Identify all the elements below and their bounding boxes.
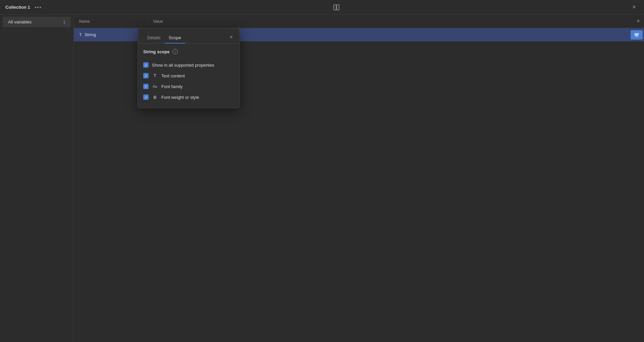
content-area: Name Value + T String String value xyxy=(74,15,644,342)
checkbox-font-weight[interactable]: ✓ B Font weight or style xyxy=(143,92,234,102)
svg-point-6 xyxy=(636,35,637,36)
sidebar-item-count: 1 xyxy=(63,20,65,24)
add-column-button[interactable]: + xyxy=(632,16,644,26)
tab-scope[interactable]: Scope xyxy=(165,32,185,44)
popup-tabs-list: Details Scope xyxy=(143,32,185,43)
more-options-button[interactable]: ••• xyxy=(34,3,43,11)
checkmark-icon: ✓ xyxy=(145,63,148,67)
checkbox-font-family[interactable]: ✓ Aa Font family xyxy=(143,81,234,92)
row-name-cell: T String xyxy=(74,32,148,37)
main-layout: All variables 1 Name Value + T String St… xyxy=(0,15,644,342)
sidebar: All variables 1 xyxy=(0,15,74,342)
font-family-label: Font family xyxy=(161,84,183,89)
type-icon: T xyxy=(79,32,82,37)
svg-rect-1 xyxy=(337,5,339,10)
font-family-icon: Aa xyxy=(152,84,158,88)
checkmark-icon: ✓ xyxy=(145,95,148,99)
sidebar-item-all-variables[interactable]: All variables 1 xyxy=(3,17,71,27)
font-weight-icon: B xyxy=(152,95,158,100)
window-close-button[interactable]: × xyxy=(630,2,639,12)
checkmark-icon: ✓ xyxy=(145,74,148,78)
text-content-label: Text content xyxy=(161,73,185,78)
checkbox-text-content-box: ✓ xyxy=(143,73,149,78)
more-icon: ••• xyxy=(35,5,42,10)
info-icon[interactable]: i xyxy=(172,49,178,54)
tab-details[interactable]: Details xyxy=(143,32,165,44)
table-header: Name Value + xyxy=(74,15,644,28)
checkbox-show-all[interactable]: ✓ Show in all supported properties xyxy=(143,60,234,70)
checkbox-show-all-box: ✓ xyxy=(143,62,149,68)
top-bar-left: Collection 1 ••• xyxy=(5,3,43,11)
svg-point-7 xyxy=(637,33,639,35)
svg-point-5 xyxy=(635,33,636,35)
layout-toggle xyxy=(332,3,341,12)
top-bar: Collection 1 ••• × xyxy=(0,0,644,15)
col-name-header: Name xyxy=(74,19,148,24)
sidebar-item-label: All variables xyxy=(8,19,32,24)
font-weight-label: Font weight or style xyxy=(161,95,199,100)
collection-title: Collection 1 xyxy=(5,5,30,10)
scope-header: String scope i xyxy=(143,49,234,54)
popup-close-button[interactable]: × xyxy=(228,33,234,42)
checkbox-font-family-box: ✓ xyxy=(143,84,149,89)
scope-title: String scope xyxy=(143,49,170,54)
checkmark-icon: ✓ xyxy=(145,85,148,88)
layout-button[interactable] xyxy=(332,3,341,12)
scope-popup: Details Scope × String scope i ✓ Show in xyxy=(138,28,240,108)
row-name-label: String xyxy=(85,32,96,37)
layout-icon xyxy=(333,4,340,11)
col-value-header: Value xyxy=(148,19,632,24)
popup-body: String scope i ✓ Show in all supported p… xyxy=(138,44,239,108)
checkbox-text-content[interactable]: ✓ T Text content xyxy=(143,70,234,81)
svg-rect-0 xyxy=(334,5,336,10)
checkbox-font-weight-box: ✓ xyxy=(143,94,149,100)
adjust-icon xyxy=(634,32,639,38)
show-all-label: Show in all supported properties xyxy=(152,63,214,68)
text-type-icon: T xyxy=(152,73,158,78)
popup-tabs: Details Scope × xyxy=(138,28,239,44)
edit-variable-button[interactable] xyxy=(631,30,643,40)
